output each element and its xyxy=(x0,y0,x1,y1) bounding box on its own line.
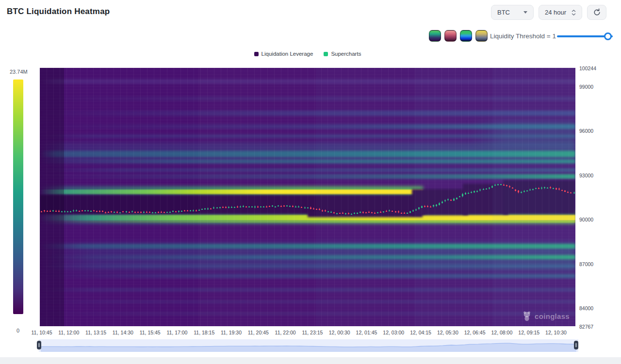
bottom-strip xyxy=(0,357,621,364)
refresh-icon xyxy=(593,8,601,16)
palette-button-green-purple[interactable] xyxy=(429,30,441,42)
x-axis-tick: 12, 00:30 xyxy=(329,330,350,335)
candle xyxy=(146,212,147,213)
candle xyxy=(210,208,212,209)
x-axis-tick: 11, 23:15 xyxy=(302,330,323,335)
candle xyxy=(87,210,89,211)
x-axis-tick: 12, 09:15 xyxy=(518,330,539,335)
candle xyxy=(374,213,376,214)
candle xyxy=(289,206,291,207)
candle xyxy=(401,213,402,214)
candle xyxy=(489,188,490,189)
candle xyxy=(538,188,539,189)
candle xyxy=(518,190,519,192)
candle xyxy=(158,212,159,213)
candle xyxy=(105,212,106,213)
candle xyxy=(444,200,446,202)
palette-selector xyxy=(429,30,488,42)
candle xyxy=(143,212,145,213)
spinner-arrows-icon xyxy=(572,10,576,16)
candle xyxy=(500,184,502,185)
candle xyxy=(114,212,115,213)
x-axis-tick: 11, 18:15 xyxy=(194,330,214,335)
x-axis-tick: 11, 13:15 xyxy=(85,330,106,335)
candle xyxy=(541,188,542,189)
candle xyxy=(161,212,162,213)
x-axis-tick: 12, 04:15 xyxy=(410,330,431,335)
symbol-select-value: BTC xyxy=(497,9,510,16)
candle xyxy=(263,206,264,207)
palette-button-pink-maroon[interactable] xyxy=(444,30,457,42)
candle xyxy=(181,211,182,212)
candle xyxy=(465,193,466,195)
candle xyxy=(298,206,299,207)
candle xyxy=(427,206,428,207)
candle xyxy=(313,208,314,209)
candle xyxy=(248,206,250,207)
refresh-button[interactable] xyxy=(587,5,606,20)
candle xyxy=(193,210,194,211)
palette-button-green-blue-navy[interactable] xyxy=(460,30,472,42)
palette-button-yellow-slate[interactable] xyxy=(475,30,488,42)
candle xyxy=(64,211,65,212)
candle xyxy=(234,207,235,208)
candle xyxy=(377,212,378,213)
candle xyxy=(178,211,180,212)
navigator-right-handle[interactable] xyxy=(574,341,578,349)
candle xyxy=(409,211,411,213)
candle xyxy=(471,192,472,193)
candle xyxy=(371,212,373,213)
colorbar-min-label: 0 xyxy=(16,328,19,333)
x-axis-tick: 12, 06:45 xyxy=(464,330,486,335)
candle xyxy=(243,206,244,207)
candle xyxy=(140,212,142,213)
candle xyxy=(93,210,95,211)
symbol-select[interactable]: BTC xyxy=(491,5,534,20)
candle xyxy=(474,191,475,192)
candle xyxy=(573,192,575,193)
candle xyxy=(412,210,414,212)
candle xyxy=(237,206,238,207)
candle xyxy=(404,213,405,214)
y-axis-tick: 96000 xyxy=(579,128,593,134)
candle xyxy=(491,186,493,188)
x-axis-tick: 11, 14:30 xyxy=(113,330,133,335)
candle xyxy=(82,210,83,211)
legend-item-1[interactable]: Supercharts xyxy=(324,51,361,57)
candle xyxy=(155,212,156,213)
interval-select[interactable]: 24 hour xyxy=(539,5,582,20)
candle xyxy=(322,210,323,211)
candle xyxy=(316,209,317,210)
candle xyxy=(421,206,423,208)
candle xyxy=(453,199,455,201)
candle xyxy=(131,211,133,212)
page-title: BTC Liquidation Heatmap xyxy=(7,7,110,16)
candle xyxy=(354,213,355,214)
candle xyxy=(336,213,338,214)
candle xyxy=(73,210,74,211)
candle xyxy=(225,207,227,208)
candle xyxy=(280,206,282,207)
candle xyxy=(266,206,267,207)
candle xyxy=(357,213,358,214)
candle xyxy=(172,211,174,212)
x-axis-tick: 11, 22:00 xyxy=(275,330,296,335)
watermark-text: coinglass xyxy=(535,312,570,320)
candle xyxy=(96,211,98,212)
x-axis-tick: 11, 19:30 xyxy=(221,330,242,335)
heatmap-canvas[interactable]: coinglass xyxy=(40,68,575,326)
candle xyxy=(561,190,563,191)
range-navigator[interactable] xyxy=(39,339,578,352)
navigator-left-handle[interactable] xyxy=(37,341,41,349)
liquidity-threshold-slider[interactable] xyxy=(557,35,613,37)
candle xyxy=(523,191,525,192)
navigator-area xyxy=(41,343,576,352)
candle xyxy=(283,206,285,206)
candle xyxy=(486,189,487,190)
legend-item-0[interactable]: Liquidation Leverage xyxy=(254,51,313,57)
slider-handle[interactable] xyxy=(604,32,612,40)
liquidity-threshold-label: Liquidity Threshold = 1 xyxy=(490,32,556,40)
x-axis-tick: 12, 01:45 xyxy=(356,330,377,335)
candle xyxy=(532,189,534,190)
candle xyxy=(430,206,431,207)
